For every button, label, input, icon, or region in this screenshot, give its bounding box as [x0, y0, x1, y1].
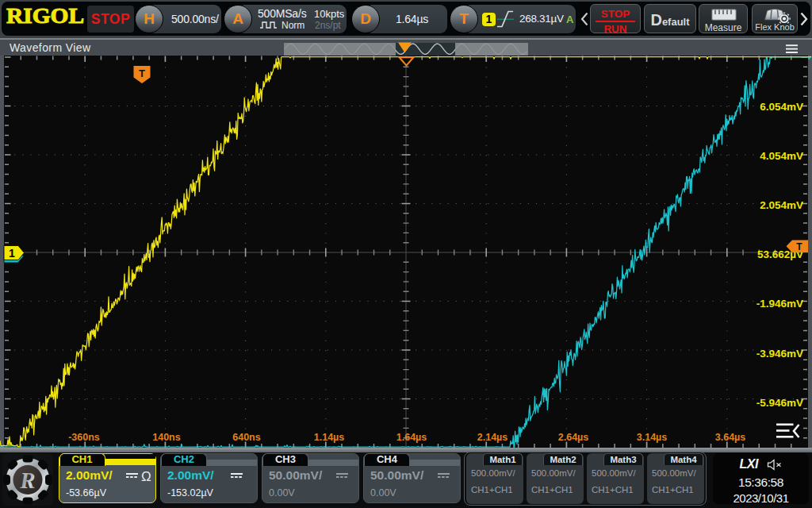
- svg-text:4.054mV: 4.054mV: [760, 150, 803, 162]
- svg-text:2.054mV: 2.054mV: [760, 199, 803, 211]
- svg-text:-360ns: -360ns: [68, 432, 100, 443]
- svg-text:3.64µs: 3.64µs: [715, 432, 746, 443]
- svg-text:T: T: [139, 67, 145, 79]
- svg-text:1.64µs: 1.64µs: [396, 432, 427, 443]
- svg-text:140ns: 140ns: [152, 432, 180, 443]
- svg-text:R: R: [19, 468, 35, 493]
- svg-text:2.14µs: 2.14µs: [477, 432, 508, 443]
- svg-text:-1.946mV: -1.946mV: [756, 298, 803, 310]
- svg-text:-3.946mV: -3.946mV: [756, 348, 803, 360]
- svg-text:2.64µs: 2.64µs: [558, 432, 589, 443]
- svg-text:6.054mV: 6.054mV: [760, 101, 803, 113]
- svg-text:-5.946mV: -5.946mV: [756, 397, 803, 409]
- svg-text:1.14µs: 1.14µs: [314, 432, 345, 443]
- svg-text:1: 1: [9, 247, 15, 260]
- svg-text:3.14µs: 3.14µs: [637, 432, 668, 443]
- svg-text:640ns: 640ns: [232, 432, 260, 443]
- svg-text:T: T: [796, 241, 802, 252]
